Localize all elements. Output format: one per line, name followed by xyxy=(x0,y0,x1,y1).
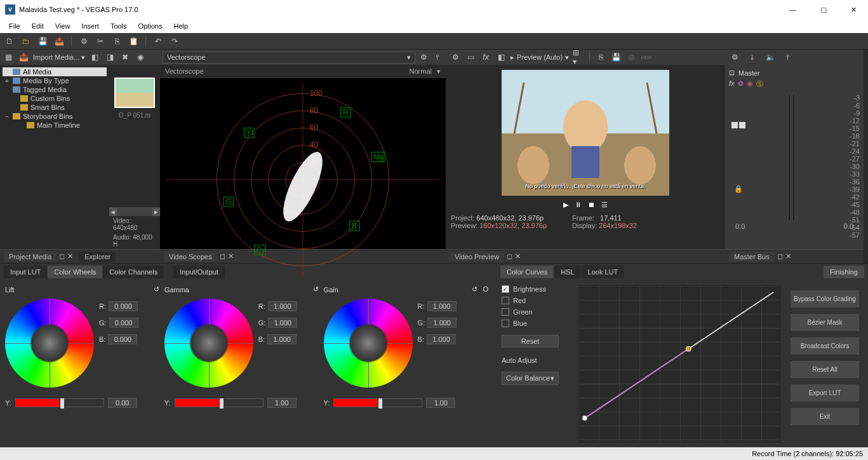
panel-undock-icon[interactable]: ◻ xyxy=(777,252,783,260)
maximize-button[interactable]: ▢ xyxy=(814,3,833,17)
menu-tools[interactable]: Tools xyxy=(105,21,132,31)
scope-selector[interactable]: Vectorscope▾ xyxy=(163,51,415,64)
panel-undock-icon[interactable]: ◻ xyxy=(59,252,65,260)
preview-wheel-icon[interactable]: ◎ xyxy=(625,51,637,63)
close-button[interactable]: ✕ xyxy=(845,3,863,17)
preview-copy-icon[interactable]: ⎘ xyxy=(595,51,606,63)
play-icon[interactable]: ▶ xyxy=(563,201,568,209)
stop-icon[interactable]: ⏹ xyxy=(588,201,595,209)
color-wheel-lift[interactable] xyxy=(5,299,94,388)
paste-icon[interactable]: 📋 xyxy=(128,36,139,47)
menu-help[interactable]: Help xyxy=(168,21,193,31)
preview-props-icon[interactable]: ⚙ xyxy=(450,51,461,63)
cut-icon[interactable]: ✂ xyxy=(95,36,106,47)
finish-btn-b-zier-mask[interactable]: Bézier Mask xyxy=(791,314,859,331)
minimize-button[interactable]: — xyxy=(783,3,803,17)
tree-custom-bins[interactable]: Custom Bins xyxy=(3,94,107,103)
media-import-icon[interactable]: 📥 xyxy=(18,51,29,63)
panel-undock-icon[interactable]: ◻ xyxy=(507,252,512,260)
copy-icon[interactable]: ⎘ xyxy=(111,36,123,47)
preview-quality-select[interactable]: ▸ Preview (Auto) ▾ xyxy=(511,53,569,62)
lock-icon[interactable]: 🔒 xyxy=(734,185,743,193)
input-r[interactable] xyxy=(268,301,297,311)
redo-icon[interactable]: ↷ xyxy=(169,36,180,47)
input-r[interactable] xyxy=(427,301,457,311)
panel-close-icon[interactable]: ✕ xyxy=(515,252,521,260)
input-g[interactable] xyxy=(427,318,457,328)
undo-icon[interactable]: ↶ xyxy=(152,36,164,47)
master-props-icon[interactable]: ⚙ xyxy=(729,51,740,63)
media-thumbnail[interactable] xyxy=(114,78,155,108)
master-auto-icon[interactable]: ◉ xyxy=(747,79,753,89)
finish-btn-bypass-color-grading[interactable]: Bypass Color Grading xyxy=(791,290,859,308)
tab-color-channels[interactable]: Color Channels xyxy=(103,266,164,278)
menu-insert[interactable]: Insert xyxy=(76,21,104,31)
input-b[interactable] xyxy=(427,334,456,344)
master-insert-icon[interactable]: ⫰ xyxy=(747,51,758,63)
scope-mode-select[interactable]: Normal▾ xyxy=(410,67,441,76)
input-y[interactable] xyxy=(108,398,137,408)
input-g[interactable] xyxy=(268,318,297,328)
tree-media-by-type[interactable]: +Media By Type xyxy=(3,76,107,85)
pause-icon[interactable]: ⏸ xyxy=(575,201,582,209)
reset-wheel-icon[interactable]: ↺ xyxy=(313,285,319,294)
media-capture-icon[interactable]: ◧ xyxy=(89,51,100,63)
tab-finishing[interactable]: Finishing xyxy=(824,266,864,278)
meter-l-icon[interactable] xyxy=(731,122,738,128)
finish-btn-reset-all[interactable]: Reset All xyxy=(791,361,859,378)
chk-green[interactable]: Green xyxy=(502,308,571,316)
media-get-icon[interactable]: ◨ xyxy=(104,51,116,63)
preview-grid-icon[interactable]: ⊞ ▾ xyxy=(573,51,584,63)
hscroll-left[interactable]: ◂ xyxy=(109,208,117,216)
import-media-button[interactable]: Import Media... ▾ xyxy=(33,53,85,62)
reset-wheel-icon[interactable]: ↺ xyxy=(154,285,159,294)
tab-project-media[interactable]: Project Media xyxy=(4,252,57,262)
finish-btn-broadcast-colors[interactable]: Broadcast Colors xyxy=(791,337,859,355)
finish-btn-exit[interactable]: Exit xyxy=(791,408,859,425)
preview-fx-icon[interactable]: fx xyxy=(480,51,491,63)
meter-r-icon[interactable] xyxy=(739,122,745,128)
master-mixer-icon[interactable]: ⫯ xyxy=(782,51,794,63)
master-gear-icon[interactable]: ✿ xyxy=(738,79,744,89)
new-icon[interactable]: 🗋 xyxy=(4,36,15,47)
preview-save-icon[interactable]: 💾 xyxy=(610,51,622,63)
master-expand-icon[interactable]: ⊡ xyxy=(729,69,735,77)
chk-blue[interactable]: Blue xyxy=(502,320,571,327)
panel-close-icon[interactable]: ✕ xyxy=(785,252,791,260)
color-balance-select[interactable]: Color Balance▾ xyxy=(502,372,559,385)
hscroll-right[interactable]: ▸ xyxy=(152,208,160,216)
preview-external-icon[interactable]: ▭ xyxy=(465,51,476,63)
playlist-icon[interactable]: ☰ xyxy=(601,201,608,209)
tab-video-preview[interactable]: Video Preview xyxy=(450,252,504,262)
open-icon[interactable]: 🗀 xyxy=(20,36,32,47)
media-tree[interactable]: All Media +Media By Type Tagged Media Cu… xyxy=(0,65,109,249)
tree-smart-bins[interactable]: Smart Bins xyxy=(3,103,107,112)
preview-hdr-icon[interactable]: HDR xyxy=(641,51,652,63)
preview-split-icon[interactable]: ◧ xyxy=(495,51,507,63)
tree-main-timeline[interactable]: Main Timeline xyxy=(3,121,107,130)
y-slider[interactable] xyxy=(175,398,264,407)
tab-color-wheels[interactable]: Color Wheels xyxy=(48,266,102,278)
scope-settings-icon[interactable]: ⚙ xyxy=(418,51,429,63)
media-disc-icon[interactable]: ◉ xyxy=(135,51,146,63)
save-icon[interactable]: 💾 xyxy=(37,36,48,47)
tab-input-lut[interactable]: Input LUT xyxy=(4,266,47,278)
input-b[interactable] xyxy=(108,334,137,344)
curve-editor[interactable] xyxy=(578,285,780,442)
menu-options[interactable]: Options xyxy=(133,21,168,31)
master-fx-icon[interactable]: fx xyxy=(729,79,735,89)
y-slider[interactable] xyxy=(333,398,422,407)
panel-close-icon[interactable]: ✕ xyxy=(67,252,73,260)
chk-brightness[interactable]: ✓Brightness xyxy=(502,285,571,293)
master-mute-icon[interactable]: 🔈 xyxy=(765,51,776,63)
tab-color-curves[interactable]: Color Curves xyxy=(500,266,554,278)
tree-storyboard-bins[interactable]: −Storyboard Bins xyxy=(3,112,107,121)
tree-tagged-media[interactable]: Tagged Media xyxy=(3,85,107,94)
input-y[interactable] xyxy=(267,398,297,408)
tab-hsl[interactable]: HSL xyxy=(554,266,580,278)
properties-icon[interactable]: ⚙ xyxy=(78,36,90,47)
chk-red[interactable]: Red xyxy=(502,297,571,304)
render-icon[interactable]: 📤 xyxy=(53,36,65,47)
y-slider[interactable] xyxy=(15,398,104,407)
media-view-icon[interactable]: ▦ xyxy=(3,51,14,63)
